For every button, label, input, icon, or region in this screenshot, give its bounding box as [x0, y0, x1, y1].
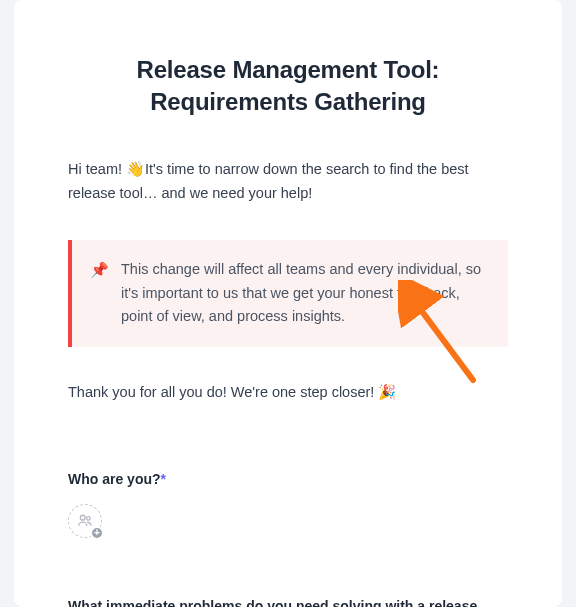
question-who-are-you: Who are you?* + [68, 469, 508, 538]
thankyou-paragraph: Thank you for all you do! We're one step… [68, 381, 508, 404]
question-text: What immediate problems do you need solv… [68, 598, 477, 607]
svg-point-0 [80, 515, 85, 520]
intro-paragraph: Hi team! 👋It's time to narrow down the s… [68, 157, 508, 206]
people-icon [76, 511, 94, 529]
question-label: What immediate problems do you need solv… [68, 596, 508, 607]
feedback-callout: 📌 This change will affect all teams and … [68, 240, 508, 348]
party-popper-icon: 🎉 [378, 384, 396, 400]
add-person-icon: + [90, 526, 104, 540]
required-marker: * [161, 471, 166, 487]
question-text: Who are you? [68, 471, 161, 487]
people-picker[interactable]: + [68, 504, 102, 538]
question-immediate-problems: What immediate problems do you need solv… [68, 596, 508, 607]
form-card: Release Management Tool: Requirements Ga… [14, 0, 562, 607]
wave-icon: 👋 [126, 160, 145, 177]
thankyou-text: Thank you for all you do! We're one step… [68, 384, 378, 400]
question-label: Who are you?* [68, 469, 508, 490]
page-title: Release Management Tool: Requirements Ga… [68, 54, 508, 119]
svg-point-1 [87, 516, 91, 520]
title-line-2: Requirements Gathering [150, 88, 426, 115]
title-line-1: Release Management Tool: [137, 56, 440, 83]
pin-icon: 📌 [90, 258, 109, 330]
intro-prefix: Hi team! [68, 161, 126, 177]
callout-text: This change will affect all teams and ev… [121, 258, 486, 330]
